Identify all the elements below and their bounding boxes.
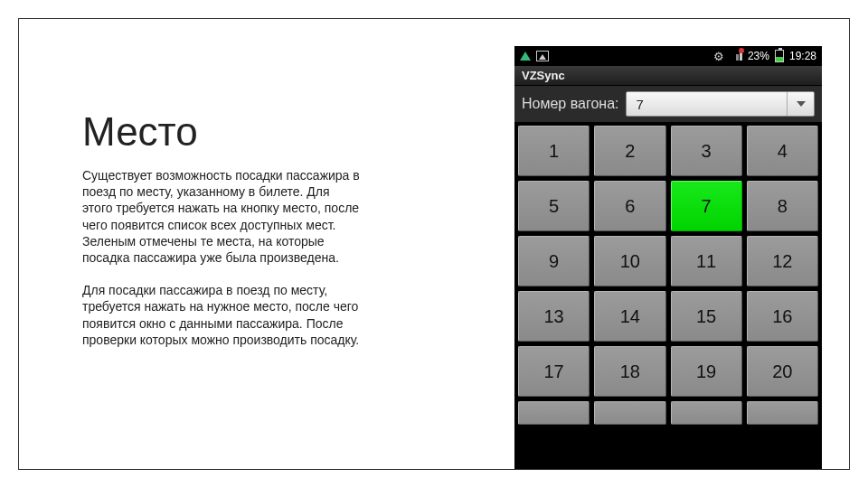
seat-button[interactable]: 12 [747, 236, 818, 286]
seat-button[interactable]: 13 [518, 291, 590, 342]
phone-screenshot: ⚙ 23% 19:28 VZSync Номер вагона: 7 [514, 46, 822, 469]
seat-button[interactable]: 19 [671, 346, 742, 397]
paragraph-2: Для посадки пассажира в поезд по месту, … [82, 282, 363, 348]
battery-percent: 23% [748, 50, 769, 62]
seat-button[interactable]: 3 [671, 126, 742, 176]
seat-button[interactable] [594, 401, 665, 425]
seat-button[interactable] [747, 401, 818, 425]
wagon-label: Номер вагона: [522, 96, 618, 112]
chevron-down-icon [787, 92, 814, 116]
seat-button[interactable]: 2 [594, 126, 665, 176]
heading: Место [82, 109, 478, 155]
slide-frame: Место Существует возможность посадки пас… [18, 18, 850, 470]
seat-button[interactable]: 7 [671, 181, 742, 231]
seat-button[interactable]: 15 [671, 291, 742, 342]
paragraph-1: Существует возможность посадки пассажира… [82, 167, 363, 266]
app-title-bar: VZSync [514, 66, 822, 86]
android-status-bar: ⚙ 23% 19:28 [514, 46, 822, 66]
seat-button[interactable]: 10 [594, 236, 665, 286]
wagon-value: 7 [627, 97, 643, 112]
wagon-selector-row: Номер вагона: 7 [514, 86, 822, 122]
seat-button[interactable]: 14 [594, 291, 665, 342]
seat-button[interactable]: 20 [747, 346, 818, 397]
seat-button[interactable] [671, 401, 742, 425]
gallery-icon [536, 51, 549, 61]
seat-button[interactable]: 17 [518, 346, 590, 397]
seat-button[interactable]: 9 [518, 236, 590, 286]
notification-icon [520, 52, 531, 61]
wagon-dropdown[interactable]: 7 [626, 91, 815, 117]
seat-button[interactable]: 8 [747, 181, 818, 231]
seat-button[interactable]: 11 [671, 236, 742, 286]
seat-grid: 1234567891011121314151617181920 [518, 126, 818, 397]
seat-button[interactable]: 18 [594, 346, 665, 397]
text-column: Место Существует возможность посадки пас… [19, 19, 514, 469]
seat-button[interactable]: 5 [518, 181, 590, 231]
status-left [520, 51, 549, 61]
slide: Место Существует возможность посадки пас… [0, 0, 868, 488]
status-right: ⚙ 23% 19:28 [713, 50, 816, 63]
seat-button[interactable] [518, 401, 590, 425]
seat-button[interactable]: 6 [594, 181, 665, 231]
battery-icon [775, 50, 784, 62]
settings-icon: ⚙ [713, 51, 724, 62]
screenshot-column: ⚙ 23% 19:28 VZSync Номер вагона: 7 [514, 19, 849, 469]
clock: 19:28 [789, 50, 816, 62]
app-title: VZSync [522, 69, 565, 82]
seat-button[interactable]: 1 [518, 126, 590, 176]
seat-button[interactable]: 16 [747, 291, 818, 342]
seat-grid-container: 1234567891011121314151617181920 [514, 122, 822, 469]
signal-icon [730, 50, 742, 63]
seat-button[interactable]: 4 [747, 126, 818, 176]
seat-grid-partial [518, 401, 818, 425]
